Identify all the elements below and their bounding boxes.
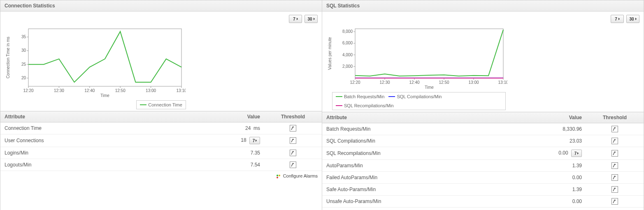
threshold-icon[interactable] (290, 162, 296, 168)
alarm-dots-icon (276, 174, 280, 178)
col-value: Value (207, 111, 264, 122)
legend-item: Batch Requests/Min (336, 94, 384, 99)
svg-text:13:00: 13:00 (146, 88, 156, 93)
range-30-button[interactable]: 30 (305, 15, 318, 23)
connection-statistics-panel: Connection Statistics 7 30 2025303512:20… (0, 0, 322, 210)
connection-stats-table: Attribute Value Threshold Connection Tim… (0, 111, 322, 171)
threshold-icon[interactable] (290, 125, 296, 132)
sql-stats-table: Attribute Value Threshold Batch Requests… (322, 112, 644, 208)
value-cell: 1.39 (528, 184, 586, 196)
col-threshold: Threshold (586, 112, 644, 123)
chevron-right-icon (618, 18, 620, 20)
legend-item: SQL Compilations/Min (388, 94, 442, 99)
attr-cell: Logouts/Min (0, 159, 207, 171)
attr-cell: AutoParams/Min (322, 160, 528, 172)
svg-text:13:10: 13:10 (176, 88, 186, 93)
svg-text:12:30: 12:30 (54, 88, 64, 93)
chart-legend: Batch Requests/MinSQL Compilations/MinSQ… (332, 92, 506, 110)
legend-item: Connection Time (140, 102, 182, 107)
svg-text:12:40: 12:40 (84, 88, 95, 93)
svg-text:4,000: 4,000 (342, 53, 353, 57)
dashboard: Connection Statistics 7 30 2025303512:20… (0, 0, 644, 210)
connection-time-chart: 2025303512:2012:3012:4012:5013:0013:10Ti… (5, 25, 186, 99)
legend-item: SQL Recompilations/Min (336, 103, 394, 108)
configure-alarms-row: Configure Alarms (0, 171, 322, 181)
svg-text:35: 35 (21, 35, 26, 39)
configure-alarms-row: Configure Alarms (322, 208, 644, 210)
svg-point-24 (279, 175, 280, 176)
range-30-button[interactable]: 30 (626, 15, 639, 23)
svg-text:13:10: 13:10 (498, 80, 507, 85)
svg-text:Time: Time (100, 93, 109, 98)
threshold-cell (586, 184, 644, 196)
chevron-right-icon (635, 18, 637, 20)
svg-text:Values per minute: Values per minute (328, 37, 332, 70)
col-attribute: Attribute (0, 111, 207, 122)
value-cell: 23.03 (528, 135, 586, 147)
table-row: Unsafe Auto-Params/Min0.00 (322, 196, 644, 208)
chart-area: 7 30 2,0004,0006,0008,00012:2012:3012:40… (322, 12, 644, 112)
threshold-icon[interactable] (611, 150, 618, 157)
attr-cell: Logins/Min (0, 147, 207, 159)
table-row: SQL Compilations/Min23.03 (322, 135, 644, 147)
value-cell: 8,330.96 (528, 123, 586, 135)
attr-cell: Batch Requests/Min (322, 123, 528, 135)
svg-text:13:00: 13:00 (468, 80, 479, 85)
table-row: SQL Recompilations/Min0.00 7 (322, 147, 644, 160)
col-threshold: Threshold (264, 111, 322, 122)
threshold-icon[interactable] (611, 186, 618, 193)
value-cell: 0.00 (528, 172, 586, 184)
svg-text:12:50: 12:50 (115, 88, 126, 93)
history-button[interactable]: 7 (571, 150, 582, 157)
table-row: Failed AutoParams/Min0.00 (322, 172, 644, 184)
threshold-icon[interactable] (611, 162, 618, 169)
col-attribute: Attribute (322, 112, 528, 123)
sql-stats-chart: 2,0004,0006,0008,00012:2012:3012:4012:50… (326, 25, 507, 90)
panel-title: Connection Statistics (0, 0, 322, 12)
range-7-button[interactable]: 7 (289, 15, 302, 23)
threshold-cell (586, 123, 644, 135)
threshold-icon[interactable] (611, 198, 618, 205)
configure-alarms-link[interactable]: Configure Alarms (283, 173, 318, 178)
threshold-cell (586, 172, 644, 184)
threshold-icon[interactable] (611, 138, 618, 144)
attr-cell: Unsafe Auto-Params/Min (322, 196, 528, 208)
threshold-cell (586, 160, 644, 172)
svg-text:20: 20 (21, 76, 26, 80)
attr-cell: SQL Recompilations/Min (322, 147, 528, 160)
svg-point-23 (277, 175, 278, 176)
range-buttons: 7 30 (5, 15, 318, 23)
table-row: Connection Time24 ms (0, 122, 322, 134)
table-row: User Connections18 7 (0, 134, 322, 147)
range-7-button[interactable]: 7 (611, 15, 624, 23)
svg-text:25: 25 (21, 62, 26, 67)
threshold-cell (264, 122, 322, 134)
history-button[interactable]: 7 (249, 137, 260, 144)
table-row: Safe Auto-Params/Min1.39 (322, 184, 644, 196)
attr-cell: User Connections (0, 134, 207, 147)
svg-text:6,000: 6,000 (342, 41, 353, 45)
table-row: Batch Requests/Min8,330.96 (322, 123, 644, 135)
table-row: Logouts/Min7.54 (0, 159, 322, 171)
value-cell: 24 ms (207, 122, 264, 134)
svg-text:12:20: 12:20 (350, 80, 360, 85)
attr-cell: Failed AutoParams/Min (322, 172, 528, 184)
range-buttons: 7 30 (326, 15, 639, 23)
attr-cell: Connection Time (0, 122, 207, 134)
value-cell: 0.00 7 (528, 147, 586, 160)
threshold-icon[interactable] (290, 137, 296, 144)
table-row: AutoParams/Min1.39 (322, 160, 644, 172)
table-row: Logins/Min7.35 (0, 147, 322, 159)
value-cell: 7.54 (207, 159, 264, 171)
panel-title: SQL Statistics (322, 0, 644, 12)
svg-point-25 (277, 177, 278, 178)
chart-legend: Connection Time (136, 100, 186, 109)
threshold-icon[interactable] (611, 126, 618, 132)
threshold-cell (264, 134, 322, 147)
attr-cell: Safe Auto-Params/Min (322, 184, 528, 196)
threshold-cell (586, 196, 644, 208)
threshold-cell (586, 135, 644, 147)
svg-text:Connection Time in ms: Connection Time in ms (6, 37, 10, 78)
threshold-icon[interactable] (611, 174, 618, 181)
threshold-icon[interactable] (290, 150, 296, 156)
